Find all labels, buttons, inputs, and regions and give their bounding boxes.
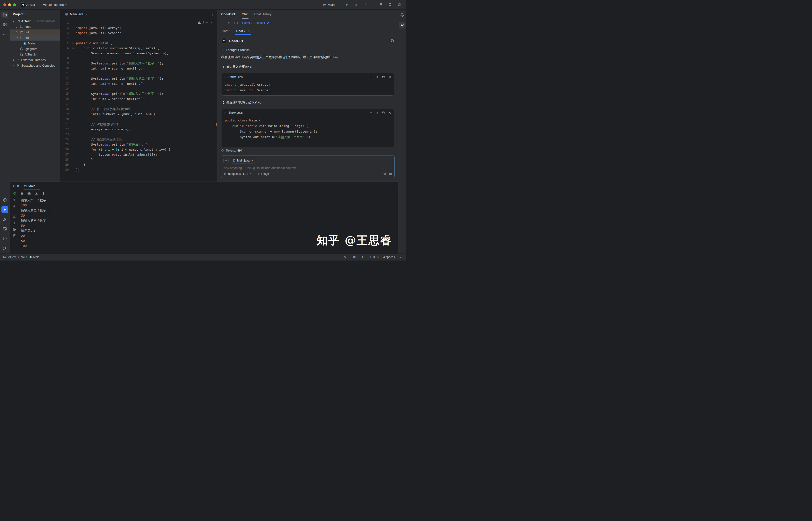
collapse-code-icon[interactable] (224, 75, 227, 78)
tab-chat-history[interactable]: Chat History (254, 10, 272, 19)
prev-problem-icon[interactable] (206, 21, 209, 24)
tree-item-external-libraries[interactable]: External Libraries (10, 57, 60, 63)
project-toolwindow-button[interactable] (1, 12, 8, 18)
tree-item-src[interactable]: src (10, 35, 60, 41)
chat-input[interactable]: Main.java Ask anything... Use '@' to inc… (221, 155, 395, 178)
run-button[interactable] (343, 1, 350, 8)
codegpt-toolwindow-button[interactable] (399, 22, 406, 28)
ai-actions-icon[interactable] (369, 75, 373, 79)
model-selector[interactable]: deepseek-r1:7b (223, 172, 253, 176)
insert-at-caret-icon[interactable] (376, 111, 379, 114)
version-control-menu[interactable]: Version control (42, 2, 69, 7)
undo-icon[interactable] (227, 21, 231, 25)
build-toolwindow-button[interactable] (1, 216, 8, 223)
code-settings-icon[interactable] (388, 75, 391, 79)
soft-wrap-icon[interactable] (13, 215, 16, 219)
clear-console-icon[interactable] (13, 234, 16, 237)
next-occurrence-icon[interactable] (13, 204, 16, 208)
run-tab-main[interactable]: Main (24, 182, 40, 190)
snapshot-icon[interactable] (27, 192, 31, 195)
dump-icon[interactable] (34, 192, 38, 195)
more-actions-button[interactable] (362, 1, 368, 8)
project-panel-header[interactable]: Project (10, 10, 60, 18)
tree-item-aitest-iml[interactable]: AITest.iml (10, 52, 60, 57)
run-console[interactable]: 请输入第一个数字:100请输入第二个数字:20请输入第三个数字:50排序后为:2… (19, 197, 398, 253)
inspection-widget[interactable]: 1 (197, 21, 213, 24)
indent-style[interactable]: 4 spaces (383, 255, 395, 259)
tree-item-out[interactable]: out (10, 29, 60, 35)
chevron-right-icon[interactable] (12, 64, 15, 67)
version-control-toolwindow-button[interactable] (1, 245, 8, 252)
stop-process-button[interactable] (20, 192, 24, 195)
run-options-icon[interactable] (383, 184, 387, 188)
app-project-menu[interactable]: AI AITest (20, 2, 39, 7)
prev-occurrence-icon[interactable] (13, 198, 16, 202)
run-configuration-selector[interactable]: Main (321, 2, 341, 7)
run-line-icon[interactable] (72, 47, 75, 49)
tab-chat-1[interactable]: Chat 1 (222, 27, 231, 35)
close-run-tab-icon[interactable] (37, 184, 40, 187)
line-ending[interactable]: LF (362, 255, 365, 259)
chevron-right-icon[interactable] (15, 25, 19, 28)
zoom-window-button[interactable] (13, 3, 16, 6)
tree-item-aitest[interactable]: AITest~/Documents/AIT (10, 18, 60, 24)
chevron-right-icon[interactable] (15, 31, 19, 34)
remove-chip-icon[interactable] (251, 159, 254, 162)
settings-button[interactable] (396, 1, 403, 8)
tree-item-main[interactable]: CMain (10, 41, 60, 46)
close-tab-icon[interactable] (85, 13, 88, 16)
close-window-button[interactable] (3, 3, 6, 6)
split-view-icon[interactable] (234, 21, 238, 25)
tree-item-gitignore[interactable]: .gitignore (10, 46, 60, 52)
breadcrumb[interactable]: AITest > src > C Main (8, 255, 39, 259)
copy-code-icon[interactable] (382, 75, 385, 79)
tree-item-idea[interactable]: .idea (10, 24, 60, 29)
services-toolwindow-button[interactable] (1, 197, 8, 203)
close-chat-tab-icon[interactable] (247, 29, 250, 32)
user-profile-button[interactable] (378, 1, 384, 8)
chevron-right-icon[interactable] (12, 59, 15, 62)
ai-actions-icon[interactable] (369, 111, 373, 114)
copy-message-icon[interactable] (390, 39, 394, 43)
minimize-window-button[interactable] (8, 3, 11, 6)
caret-position[interactable]: 30:2 (352, 255, 357, 259)
chat-input-placeholder[interactable]: Ask anything... Use '@' to include addit… (223, 163, 392, 172)
code-settings-icon[interactable] (388, 111, 391, 114)
add-context-button[interactable] (223, 158, 229, 163)
new-chat-button[interactable] (220, 21, 224, 25)
attach-image-button[interactable]: Image (257, 172, 269, 176)
show-less-toggle[interactable]: Show Less (229, 111, 243, 114)
codegpt-default-link[interactable]: CodeGPT Default (242, 21, 270, 25)
attached-file-chip[interactable]: Main.java (231, 158, 256, 163)
thought-process-toggle[interactable]: Thought Process (221, 48, 394, 52)
tree-item-scratches-and-consoles[interactable]: Scratches and Consoles (10, 63, 60, 68)
file-encoding[interactable]: UTF-8 (370, 255, 379, 259)
next-problem-icon[interactable] (210, 21, 213, 24)
toolwindow-layout-icon[interactable] (3, 255, 6, 259)
more-run-actions-icon[interactable] (42, 192, 45, 195)
stop-button[interactable] (389, 173, 392, 175)
code-area[interactable]: 12import java.util.Arrays;3import java.u… (60, 19, 217, 182)
insert-at-caret-icon[interactable] (376, 75, 379, 79)
hide-panel-icon[interactable] (391, 184, 395, 188)
scroll-to-end-icon[interactable] (13, 221, 16, 225)
copy-code-icon[interactable] (382, 111, 385, 114)
rerun-button[interactable] (13, 192, 17, 195)
search-everywhere-button[interactable] (387, 1, 393, 8)
structure-toolwindow-button[interactable] (1, 21, 8, 28)
terminal-toolwindow-button[interactable] (1, 226, 8, 232)
run-toolwindow-button[interactable] (1, 206, 8, 213)
chevron-down-icon[interactable] (15, 36, 19, 40)
editor-options-icon[interactable] (211, 12, 215, 16)
show-less-toggle[interactable]: Show Less (229, 75, 243, 79)
more-toolwindows-button[interactable] (1, 31, 8, 38)
run-line-icon[interactable] (72, 42, 75, 44)
chevron-down-icon[interactable] (12, 20, 15, 23)
collapse-code-icon[interactable] (224, 111, 227, 114)
tab-chat-2[interactable]: Chat 2 (236, 27, 250, 35)
status-settings-icon[interactable] (343, 255, 347, 259)
notifications-button[interactable] (399, 12, 406, 18)
debug-button[interactable] (353, 1, 359, 8)
problems-toolwindow-button[interactable] (1, 235, 8, 242)
lock-icon[interactable] (400, 255, 403, 259)
